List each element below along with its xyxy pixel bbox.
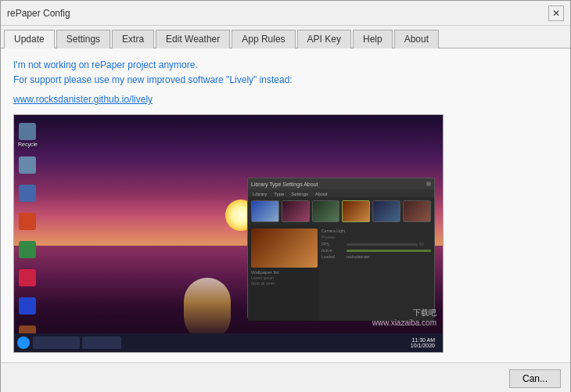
start-button xyxy=(17,336,30,349)
app-left-panel: Wallpaper list Lorem ipsumdolor sit amet xyxy=(248,225,318,321)
icon-img xyxy=(19,213,36,230)
watermark: 下载吧 www.xiazaiba.com xyxy=(372,307,436,327)
tab-app-rules[interactable]: App Rules xyxy=(232,30,295,49)
thumb-4 xyxy=(342,200,370,222)
tab-help[interactable]: Help xyxy=(353,30,393,49)
notice-line1: I'm not working on rePaper project anymo… xyxy=(13,58,558,73)
app-close-dot xyxy=(426,182,431,186)
watermark-line2: www.xiazaiba.com xyxy=(372,318,436,327)
watermark-line1: 下载吧 xyxy=(372,307,436,318)
thumb-5 xyxy=(372,200,400,222)
app-overlay-title: Library Type Settings About xyxy=(251,182,318,187)
window-title: rePaper Config xyxy=(7,8,70,19)
thumb-3 xyxy=(312,200,340,222)
icon-img xyxy=(19,241,36,258)
tab-update[interactable]: Update xyxy=(4,30,55,49)
app-overlay: Library Type Settings About Library Type… xyxy=(247,178,435,318)
app-body: Wallpaper list Lorem ipsumdolor sit amet… xyxy=(248,225,434,321)
footer: Can... xyxy=(1,362,570,392)
icon-img xyxy=(19,297,36,315)
icon-img xyxy=(19,156,36,174)
app-thumbnails xyxy=(248,197,434,225)
taskbar: 11:30 AM 10/1/2020 xyxy=(14,333,443,352)
lively-link[interactable]: www.rocksdanister.github.io/lively xyxy=(13,94,558,105)
desktop-icon-6 xyxy=(18,269,38,288)
icon-img xyxy=(19,269,36,286)
sun-reflection xyxy=(184,278,231,340)
notice-text: I'm not working on rePaper project anymo… xyxy=(13,58,558,88)
tab-api-key[interactable]: API Key xyxy=(297,30,351,49)
thumb-6 xyxy=(403,200,431,222)
app-overlay-tabs: Library Type Settings About xyxy=(248,189,434,197)
icon-img xyxy=(19,123,36,140)
screenshot-container: Recycle xyxy=(13,114,444,353)
selected-thumb xyxy=(251,228,318,268)
desktop-icon-7 xyxy=(18,297,38,316)
taskbar-clock: 11:30 AM 10/1/2020 xyxy=(406,337,440,348)
tab-edit-weather[interactable]: Edit Weather xyxy=(156,30,230,49)
taskbar-items xyxy=(30,336,406,349)
desktop-icon-4 xyxy=(18,213,38,232)
close-button[interactable]: ✕ xyxy=(548,5,564,21)
desktop-icon-3 xyxy=(18,185,38,203)
desktop-icon-2 xyxy=(18,156,38,175)
app-right-panel: Camera Light Preview FPS 60 Active xyxy=(318,225,434,321)
tab-about[interactable]: About xyxy=(394,30,439,49)
title-bar: rePaper Config ✕ xyxy=(1,1,570,26)
content-area: I'm not working on rePaper project anymo… xyxy=(1,49,570,362)
wallpaper-preview: Recycle xyxy=(14,115,443,352)
desktop-icon-5 xyxy=(18,241,38,260)
thumb-2 xyxy=(282,200,310,222)
tab-settings[interactable]: Settings xyxy=(56,30,110,49)
tab-bar: Update Settings Extra Edit Weather App R… xyxy=(1,26,570,49)
app-overlay-titlebar: Library Type Settings About xyxy=(248,178,434,189)
thumb-1 xyxy=(251,200,279,222)
notice-line2: For support please use my new improved s… xyxy=(13,73,558,88)
desktop-icon-1: Recycle xyxy=(18,123,38,147)
tab-extra[interactable]: Extra xyxy=(112,30,154,49)
desktop-icons: Recycle xyxy=(18,123,38,344)
cancel-button[interactable]: Can... xyxy=(509,369,561,388)
main-window: rePaper Config ✕ Update Settings Extra E… xyxy=(0,0,571,392)
icon-img xyxy=(19,185,36,202)
